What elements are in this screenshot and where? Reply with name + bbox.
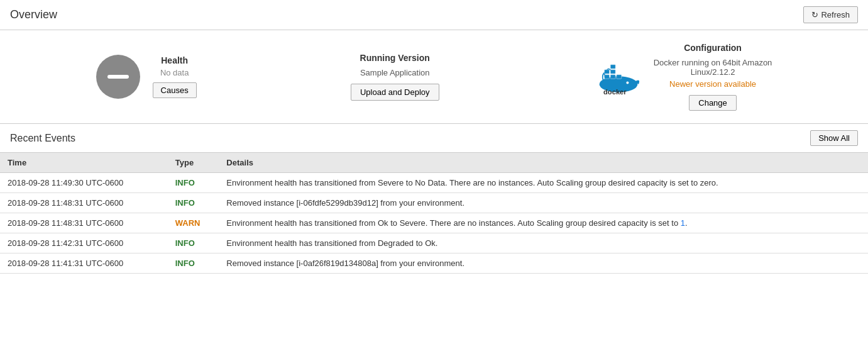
type-badge: INFO (175, 198, 195, 208)
cell-details: Environment health has transitioned from… (219, 173, 868, 193)
newer-version-text: Newer version available (654, 79, 772, 89)
docker-logo: docker (593, 55, 644, 99)
svg-rect-6 (610, 65, 615, 69)
col-details: Details (219, 153, 868, 173)
cell-details: Environment health has transitioned from… (219, 233, 868, 254)
type-badge: INFO (175, 238, 195, 248)
cell-details: Environment health has transitioned from… (219, 213, 868, 233)
recent-events-title: Recent Events (10, 133, 75, 144)
recent-events-header: Recent Events Show All (0, 124, 868, 152)
table-row: 2018-09-28 11:42:31 UTC-0600INFOEnvironm… (0, 233, 868, 254)
svg-text:docker: docker (603, 88, 627, 96)
cell-type: INFO (168, 193, 219, 213)
type-badge: WARN (175, 218, 201, 228)
table-header-row: Time Type Details (0, 153, 868, 173)
cell-time: 2018-09-28 11:42:31 UTC-0600 (0, 233, 168, 254)
table-row: 2018-09-28 11:49:30 UTC-0600INFOEnvironm… (0, 173, 868, 193)
table-row: 2018-09-28 11:48:31 UTC-0600WARNEnvironm… (0, 213, 868, 233)
cell-time: 2018-09-28 11:49:30 UTC-0600 (0, 173, 168, 193)
config-text: Docker running on 64bit Amazon Linux/2.1… (654, 58, 772, 77)
cell-details: Removed instance [i-0af26f819d134808a] f… (219, 254, 868, 274)
type-badge: INFO (175, 178, 195, 187)
col-type: Type (168, 153, 219, 173)
events-table: Time Type Details 2018-09-28 11:49:30 UT… (0, 152, 868, 274)
cell-type: INFO (168, 173, 219, 193)
svg-point-7 (626, 82, 629, 84)
config-block: docker Configuration Docker running on 6… (593, 43, 772, 111)
refresh-icon: ↻ (811, 10, 818, 20)
col-time: Time (0, 153, 168, 173)
page-title: Overview (10, 8, 57, 21)
health-info: Health No data Causes (153, 55, 197, 98)
cell-type: INFO (168, 254, 219, 274)
svg-rect-2 (610, 75, 615, 79)
configuration-label: Configuration (654, 43, 772, 53)
overview-header: Overview ↻ Refresh (0, 0, 868, 30)
health-value: No data (153, 68, 197, 77)
show-all-button[interactable]: Show All (810, 130, 858, 146)
info-section: Health No data Causes Running Version Sa… (0, 30, 868, 124)
cell-type: INFO (168, 233, 219, 254)
causes-button[interactable]: Causes (153, 82, 197, 98)
table-row: 2018-09-28 11:41:31 UTC-0600INFORemoved … (0, 254, 868, 274)
cell-details: Removed instance [i-06fdfe5299db39d12] f… (219, 193, 868, 213)
table-row: 2018-09-28 11:48:31 UTC-0600INFORemoved … (0, 193, 868, 213)
config-line2: Linux/2.12.2 (691, 67, 735, 77)
svg-rect-1 (604, 75, 609, 79)
cell-time: 2018-09-28 11:48:31 UTC-0600 (0, 193, 168, 213)
health-icon (96, 55, 140, 99)
config-line1: Docker running on 64bit Amazon (654, 58, 772, 67)
change-button[interactable]: Change (689, 95, 737, 111)
svg-rect-4 (604, 70, 609, 74)
refresh-label: Refresh (821, 10, 850, 20)
running-version-label: Running Version (351, 53, 439, 63)
detail-link[interactable]: 1 (681, 218, 685, 228)
cell-type: WARN (168, 213, 219, 233)
version-name: Sample Application (351, 68, 439, 77)
health-label: Health (153, 55, 197, 65)
running-version-block: Running Version Sample Application Uploa… (351, 53, 439, 101)
type-badge: INFO (175, 259, 195, 268)
refresh-button[interactable]: ↻ Refresh (803, 6, 858, 23)
health-icon-minus (107, 75, 129, 79)
config-info: Configuration Docker running on 64bit Am… (654, 43, 772, 111)
upload-deploy-button[interactable]: Upload and Deploy (351, 84, 439, 101)
svg-rect-5 (610, 70, 615, 74)
health-container: Health No data Causes (96, 55, 197, 99)
cell-time: 2018-09-28 11:41:31 UTC-0600 (0, 254, 168, 274)
svg-rect-3 (617, 75, 622, 79)
cell-time: 2018-09-28 11:48:31 UTC-0600 (0, 213, 168, 233)
